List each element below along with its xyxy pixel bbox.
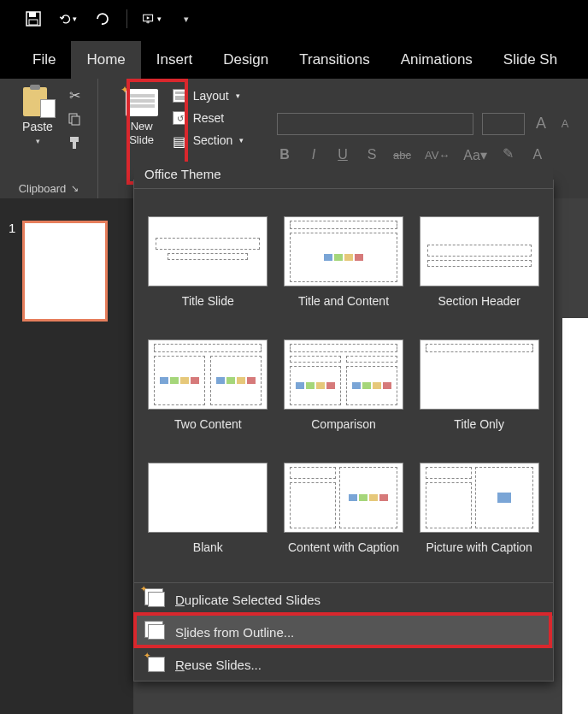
- dropdown-menu-list: Duplicate Selected Slides Slides from Ou…: [134, 582, 553, 681]
- new-slide-button[interactable]: New Slide: [116, 86, 168, 150]
- layout-icon: [173, 89, 188, 103]
- decrease-font-icon[interactable]: A: [557, 117, 573, 130]
- duplicate-icon: [148, 592, 165, 607]
- slide-canvas-edge: [562, 318, 588, 714]
- start-from-beginning-icon[interactable]: ▾: [143, 9, 162, 28]
- svg-rect-2: [29, 20, 38, 25]
- paste-label: Paste: [22, 120, 53, 133]
- increase-font-icon[interactable]: A: [533, 115, 549, 133]
- shadow-button[interactable]: S: [364, 147, 379, 162]
- slide-thumbnail-panel: 1: [0, 198, 133, 714]
- layout-comparison[interactable]: Comparison: [282, 339, 406, 447]
- clipboard-group-label: Clipboard↘: [19, 182, 79, 195]
- outline-icon: [148, 624, 165, 640]
- tab-home[interactable]: Home: [71, 41, 140, 79]
- bold-button[interactable]: B: [277, 147, 292, 162]
- layout-picture-with-caption[interactable]: Picture with Caption: [417, 463, 541, 570]
- reset-button[interactable]: Reset: [173, 111, 244, 125]
- menu-reuse-slides[interactable]: Reuse Slides...: [134, 648, 553, 681]
- format-painter-icon[interactable]: [66, 135, 83, 150]
- layout-title-only[interactable]: Title Only: [417, 339, 541, 447]
- highlight-button[interactable]: A: [530, 147, 545, 162]
- font-family-select[interactable]: [277, 113, 473, 135]
- svg-rect-6: [70, 137, 79, 142]
- italic-button[interactable]: I: [306, 147, 321, 162]
- new-slide-dropdown: Office Theme Title Slide Title and Conte…: [133, 180, 554, 682]
- layout-title-slide[interactable]: Title Slide: [146, 216, 270, 324]
- slide-thumbnail[interactable]: [22, 221, 108, 322]
- reset-icon: [173, 111, 188, 125]
- tab-design[interactable]: Design: [208, 41, 284, 79]
- save-icon[interactable]: [24, 9, 43, 28]
- svg-rect-7: [73, 142, 76, 149]
- tab-insert[interactable]: Insert: [141, 41, 209, 79]
- svg-rect-1: [29, 12, 36, 17]
- undo-icon[interactable]: ▾: [58, 9, 77, 28]
- svg-rect-5: [72, 116, 79, 125]
- dropdown-header: Office Theme: [134, 162, 553, 189]
- underline-button[interactable]: U: [335, 147, 350, 162]
- svg-rect-8: [497, 493, 511, 503]
- slide-thumb-1[interactable]: 1: [9, 221, 125, 322]
- layout-button[interactable]: Layout▾: [173, 89, 244, 103]
- quick-access-toolbar: ▾ ▾ ▾: [0, 0, 588, 38]
- menu-duplicate-slides[interactable]: Duplicate Selected Slides: [134, 583, 553, 616]
- reuse-icon: [148, 657, 165, 672]
- font-size-select[interactable]: [482, 113, 525, 135]
- new-slide-icon: [126, 89, 158, 116]
- change-case-button[interactable]: Aa▾: [463, 147, 487, 163]
- section-button[interactable]: Section▾: [173, 133, 244, 147]
- layout-content-with-caption[interactable]: Content with Caption: [282, 463, 406, 570]
- redo-icon[interactable]: [92, 9, 111, 28]
- new-slide-label: New Slide: [129, 120, 154, 146]
- paste-dropdown-icon[interactable]: ▾: [36, 137, 40, 145]
- char-spacing-button[interactable]: AV↔: [425, 149, 450, 162]
- clipboard-launcher-icon[interactable]: ↘: [71, 183, 79, 194]
- tab-animations[interactable]: Animations: [385, 41, 488, 79]
- layout-title-and-content[interactable]: Title and Content: [282, 216, 406, 324]
- slide-number: 1: [9, 221, 15, 322]
- slides-options: Layout▾ Reset Section▾: [173, 86, 244, 147]
- strikethrough-button[interactable]: abc: [393, 149, 411, 162]
- copy-icon[interactable]: [66, 111, 83, 127]
- section-icon: [173, 133, 188, 147]
- paste-button[interactable]: Paste ▾: [15, 86, 61, 145]
- paste-icon: [23, 86, 52, 116]
- ribbon-group-clipboard: Paste ▾ ✂ Clipboard↘: [0, 79, 98, 198]
- ribbon-tabs: File Home Insert Design Transitions Anim…: [0, 38, 588, 79]
- customize-qat-icon[interactable]: ▾: [177, 9, 196, 28]
- tab-slideshow[interactable]: Slide Sh: [488, 41, 573, 79]
- layout-two-content[interactable]: Two Content: [146, 339, 270, 447]
- tab-file[interactable]: File: [17, 41, 71, 79]
- layout-blank[interactable]: Blank: [146, 463, 270, 570]
- layout-section-header[interactable]: Section Header: [417, 216, 541, 324]
- cut-icon[interactable]: ✂: [66, 87, 83, 103]
- menu-slides-from-outline[interactable]: Slides from Outline...: [134, 616, 553, 648]
- separator: [126, 9, 127, 28]
- clipboard-mini-buttons: ✂: [66, 86, 83, 150]
- layout-gallery: Title Slide Title and Content Section He…: [134, 180, 553, 582]
- tab-transitions[interactable]: Transitions: [284, 41, 385, 79]
